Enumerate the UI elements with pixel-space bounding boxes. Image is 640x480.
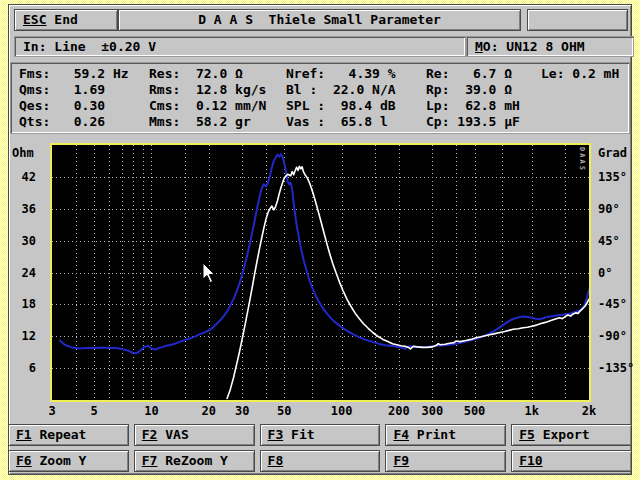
right-tick-label: 135° — [598, 170, 640, 184]
impedance-white-curve — [227, 166, 589, 398]
right-tick-label: -90° — [598, 329, 640, 343]
fkey-hotkey-label: F2 — [142, 427, 158, 442]
fkey-hotkey-label: F8 — [268, 453, 284, 468]
fkey-label: Export — [535, 427, 590, 442]
esc-hotkey-label: ESC — [23, 12, 46, 27]
fkey-f7-button[interactable]: F7 ReZoom Y — [134, 450, 255, 472]
parameter-line: Bl : 22.0 N/A — [286, 82, 396, 98]
plot-area: DAAS — [50, 143, 591, 402]
right-tick-label: 90° — [598, 202, 640, 216]
fkey-hotkey-label: F7 — [142, 453, 158, 468]
parameter-line: Vas : 65.8 l — [286, 114, 396, 130]
window-title: D A A S Thiele Small Parameter — [118, 9, 521, 31]
fkey-hotkey-label: F9 — [393, 453, 409, 468]
fkey-f1-button[interactable]: F1 Repeat — [8, 424, 129, 446]
input-status-box[interactable]: In: Line ±0.20 V — [14, 36, 466, 57]
fkey-label: Repeat — [32, 427, 87, 442]
fkey-label: Fit — [283, 427, 314, 442]
parameter-column: Re: 6.7 ΩRp: 39.0 ΩLp: 62.8 mHCp: 193.5 … — [426, 66, 520, 130]
parameter-line: Mms: 58.2 gr — [149, 114, 266, 130]
fkey-hotkey-label: F6 — [16, 453, 32, 468]
right-tick-label: -45° — [598, 297, 640, 311]
parameter-line: SPL : 98.4 dB — [286, 98, 396, 114]
fkey-label: Print — [409, 427, 456, 442]
fkey-f9-button[interactable]: F9 — [385, 450, 506, 472]
parameter-line: Qes: 0.30 — [19, 98, 129, 114]
parameter-line: Le: 0.2 mH — [541, 66, 619, 82]
parameter-line: Re: 6.7 Ω — [426, 66, 520, 82]
fkey-hotkey-label: F1 — [16, 427, 32, 442]
parameter-column: Res: 72.0 ΩRms: 12.8 kg/sCms: 0.12 mm/NM… — [149, 66, 266, 130]
fkey-label: Zoom Y — [32, 453, 87, 468]
left-tick-label: 42 — [4, 170, 36, 184]
parameter-line: Qms: 1.69 — [19, 82, 129, 98]
left-tick-label: 24 — [4, 266, 36, 280]
fkey-f6-button[interactable]: F6 Zoom Y — [8, 450, 129, 472]
parameter-column: Fms: 59.2 HzQms: 1.69Qes: 0.30Qts: 0.26 — [19, 66, 129, 130]
left-tick-label: 30 — [4, 234, 36, 248]
impedance-blue-curve — [60, 154, 589, 353]
esc-end-button[interactable]: ESC End — [14, 9, 118, 31]
parameter-column: Le: 0.2 mH — [541, 66, 619, 82]
x-tick-label: 30 — [222, 404, 262, 418]
right-axis-title: Grad — [598, 146, 640, 160]
parameter-line: Nref: 4.39 % — [286, 66, 396, 82]
parameter-line: Cp: 193.5 μF — [426, 114, 520, 130]
parameter-line: Rms: 12.8 kg/s — [149, 82, 266, 98]
left-axis-title: Ohm — [12, 146, 42, 160]
fkey-label: ReZoom Y — [157, 453, 227, 468]
daas-watermark: DAAS — [578, 147, 586, 172]
x-tick-label: 3 — [32, 404, 72, 418]
parameter-line: Cms: 0.12 mm/N — [149, 98, 266, 114]
parameter-line: Rp: 39.0 Ω — [426, 82, 520, 98]
right-tick-label: 45° — [598, 234, 640, 248]
fkey-f5-button[interactable]: F5 Export — [511, 424, 632, 446]
titlebar-empty-box — [527, 9, 628, 31]
x-tick-label: 300 — [412, 404, 452, 418]
impedance-plot-svg — [52, 145, 589, 400]
ts-parameter-panel: Fms: 59.2 HzQms: 1.69Qes: 0.30Qts: 0.26R… — [10, 62, 630, 134]
fkey-hotkey-label: F10 — [519, 453, 542, 468]
window-title-text: D A A S Thiele Small Parameter — [198, 12, 441, 27]
mode-hotkey-label: M — [475, 39, 483, 54]
daas-screen: ESC End D A A S Thiele Small Parameter I… — [0, 0, 640, 480]
left-tick-label: 6 — [4, 361, 36, 375]
x-tick-label: 100 — [322, 404, 362, 418]
x-tick-label: 5 — [74, 404, 114, 418]
left-tick-label: 18 — [4, 297, 36, 311]
x-tick-label: 2k — [569, 404, 609, 418]
mode-label: O: UN12 8 OHM — [483, 39, 585, 54]
parameter-line: Res: 72.0 Ω — [149, 66, 266, 82]
fkey-hotkey-label: F5 — [519, 427, 535, 442]
parameter-column: Nref: 4.39 %Bl : 22.0 N/ASPL : 98.4 dBVa… — [286, 66, 396, 130]
x-tick-label: 50 — [264, 404, 304, 418]
fkey-f3-button[interactable]: F3 Fit — [260, 424, 381, 446]
parameter-line: Lp: 62.8 mH — [426, 98, 520, 114]
right-tick-label: -135° — [598, 361, 640, 375]
fkey-hotkey-label: F3 — [268, 427, 284, 442]
mouse-cursor-icon — [202, 262, 216, 284]
parameter-line: Qts: 0.26 — [19, 114, 129, 130]
fkey-label: VAS — [157, 427, 188, 442]
left-tick-label: 36 — [4, 202, 36, 216]
x-tick-label: 500 — [455, 404, 495, 418]
input-status-label: In: Line ±0.20 V — [23, 39, 156, 54]
fkey-row-1: F1 RepeatF2 VASF3 FitF4 PrintF5 Export — [8, 424, 632, 446]
esc-rest-label: End — [46, 12, 77, 27]
fkey-f10-button[interactable]: F10 — [511, 450, 632, 472]
mode-box[interactable]: MO: UN12 8 OHM — [466, 36, 634, 57]
fkey-f8-button[interactable]: F8 — [260, 450, 381, 472]
fkey-hotkey-label: F4 — [393, 427, 409, 442]
x-tick-label: 1k — [512, 404, 552, 418]
right-tick-label: 0° — [598, 266, 640, 280]
x-tick-label: 10 — [131, 404, 171, 418]
left-tick-label: 12 — [4, 329, 36, 343]
fkey-row-2: F6 Zoom YF7 ReZoom YF8F9F10 — [8, 450, 632, 472]
parameter-line: Fms: 59.2 Hz — [19, 66, 129, 82]
fkey-f2-button[interactable]: F2 VAS — [134, 424, 255, 446]
fkey-f4-button[interactable]: F4 Print — [385, 424, 506, 446]
